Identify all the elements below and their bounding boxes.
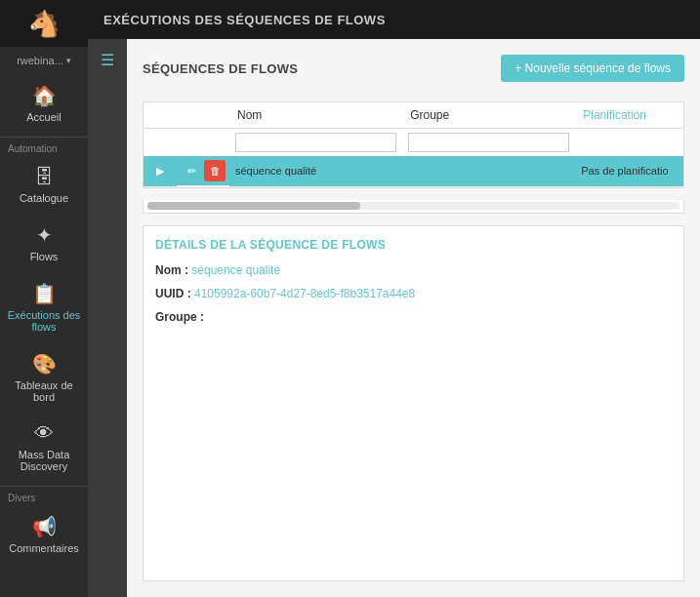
main-content: EXÉCUTIONS DES SÉQUENCES DE FLOWS ☰ SÉQU… [88,0,700,597]
sidebar-item-flows[interactable]: ✦ Flows [0,214,88,272]
detail-uuid-value: 4105992a-60b7-4d27-8ed5-f8b3517a44e8 [194,287,415,300]
detail-uuid: UUID : 4105992a-60b7-4d27-8ed5-f8b3517a4… [155,285,672,303]
cell-play: ▶ [144,156,177,186]
play-button[interactable]: ▶ [149,160,171,181]
col-groupe: Groupe [402,102,575,129]
sidebar-label-commentaires: Commentaires [9,542,79,554]
catalogue-icon: 🗄 [34,166,54,188]
user-menu[interactable]: rwebina... ▾ [0,47,88,74]
sidebar-section-divers: Divers [0,486,88,505]
filter-empty2 [177,129,229,157]
tableaux-icon: 🎨 [32,352,57,376]
sub-nav: ☰ [88,39,127,597]
sidebar-label-mass-data: Mass Data Discovery [4,449,84,472]
sidebar-item-tableaux[interactable]: 🎨 Tableaux de bord [0,342,88,413]
topbar: EXÉCUTIONS DES SÉQUENCES DE FLOWS [88,0,700,39]
col-planification: Planification [575,102,683,129]
cell-nom: séquence qualité [229,156,402,186]
sidebar-item-catalogue[interactable]: 🗄 Catalogue [0,156,88,214]
sidebar-label-executions: Exécutions des flows [4,309,84,333]
filter-groupe-input[interactable] [408,133,569,152]
edit-button[interactable]: ✏ [181,160,202,181]
section-header: SÉQUENCES DE FLOWS + Nouvelle séquence d… [143,55,684,82]
col-action2 [177,102,229,129]
sidebar-label-catalogue: Catalogue [20,192,68,204]
content-panel: SÉQUENCES DE FLOWS + Nouvelle séquence d… [127,39,700,597]
executions-icon: 📋 [32,282,57,305]
filter-nom-input[interactable] [235,133,396,152]
scrollbar-area [143,200,684,214]
scrollbar-thumb[interactable] [147,202,360,210]
delete-button[interactable]: 🗑 [204,160,226,181]
cell-actions: ✏ 🗑 [177,156,229,186]
section-title: SÉQUENCES DE FLOWS [143,61,298,76]
table-header-row: Nom Groupe Planification [144,102,683,129]
details-section: DÉTAILS DE LA SÉQUENCE DE FLOWS Nom : sé… [143,225,684,582]
sidebar-section-automation: Automation [0,137,88,156]
commentaires-icon: 📢 [32,515,57,538]
detail-groupe: Groupe : [155,308,672,327]
sidebar: 🐴 rwebina... ▾ 🏠 Accueil Automation 🗄 Ca… [0,0,88,597]
col-nom: Nom [229,102,402,129]
filter-planification-cell [575,129,683,157]
table-row[interactable]: ▶ ✏ 🗑 séquence qualité Pas de planificat… [144,156,683,186]
detail-uuid-label: UUID : [155,287,194,300]
details-title: DÉTAILS DE LA SÉQUENCE DE FLOWS [155,238,672,252]
flows-icon: ✦ [36,223,53,247]
panel-area: ☰ SÉQUENCES DE FLOWS + Nouvelle séquence… [88,39,700,597]
detail-groupe-label: Groupe : [155,310,204,324]
scrollbar-track [147,202,679,210]
sidebar-item-accueil[interactable]: 🏠 Accueil [0,74,88,133]
new-sequence-button[interactable]: + Nouvelle séquence de flows [501,55,684,82]
filter-empty1 [144,129,177,157]
sidebar-label-tableaux: Tableaux de bord [4,379,84,403]
username: rwebina... [17,55,63,66]
sequences-table: Nom Groupe Planification [144,102,683,187]
detail-nom: Nom : séquence qualité [155,261,672,280]
filter-row [144,129,683,157]
col-action1 [144,102,177,129]
sub-nav-list-icon[interactable]: ☰ [97,47,118,73]
sidebar-item-mass-data[interactable]: 👁 Mass Data Discovery [0,413,88,482]
detail-nom-label: Nom : [155,263,191,277]
topbar-title: EXÉCUTIONS DES SÉQUENCES DE FLOWS [103,13,386,27]
sequences-table-container: Nom Groupe Planification [143,101,684,188]
mass-data-icon: 👁 [34,422,54,445]
cell-planification: Pas de planificatio [575,156,683,186]
cell-groupe [402,156,575,186]
sidebar-item-commentaires[interactable]: 📢 Commentaires [0,505,88,564]
sidebar-label-accueil: Accueil [26,111,61,123]
sidebar-label-flows: Flows [30,251,59,262]
logo: 🐴 [0,0,88,47]
home-icon: 🏠 [32,84,57,107]
detail-nom-value: séquence qualité [191,263,280,277]
filter-groupe-cell [402,129,575,157]
chevron-down-icon: ▾ [66,56,71,65]
filter-nom-cell [229,129,402,157]
sidebar-item-executions[interactable]: 📋 Exécutions des flows [0,272,88,342]
logo-icon: 🐴 [28,9,60,39]
